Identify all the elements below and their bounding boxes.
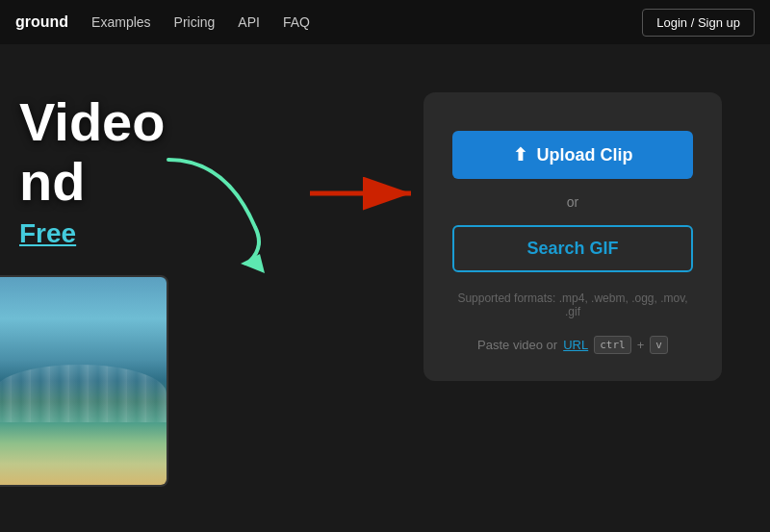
supported-formats-text: Supported formats: .mp4, .webm, .ogg, .m… [452, 291, 693, 318]
nav-brand[interactable]: ground [15, 13, 68, 31]
video-waves [0, 365, 167, 422]
hero-title: Video nd [19, 92, 165, 211]
nav-item-examples[interactable]: Examples [91, 14, 150, 30]
search-gif-label: Search GIF [526, 239, 618, 259]
hero-section: Video nd Free ⬆ Upload Clip [0, 44, 770, 532]
nav-item-api[interactable]: API [238, 14, 260, 30]
login-button[interactable]: Login / Sign up [642, 9, 755, 37]
upload-clip-label: Upload Clip [537, 145, 633, 165]
video-preview [0, 275, 168, 487]
nav-items: Examples Pricing API FAQ [91, 14, 619, 30]
nav-item-pricing[interactable]: Pricing [174, 14, 216, 30]
plus-separator: + [637, 338, 645, 352]
hero-title-line2: nd [19, 151, 85, 212]
upload-clip-button[interactable]: ⬆ Upload Clip [452, 131, 693, 179]
ctrl-badge: ctrl [594, 336, 631, 354]
v-badge: v [650, 336, 668, 354]
paste-text: Paste video or [477, 338, 557, 352]
hero-free-label: Free [19, 218, 165, 249]
search-gif-button[interactable]: Search GIF [452, 225, 693, 272]
upload-icon: ⬆ [513, 144, 527, 165]
hero-title-line1: Video [19, 91, 165, 152]
curved-arrow [149, 150, 284, 279]
nav-item-faq[interactable]: FAQ [283, 14, 310, 30]
navbar: ground Examples Pricing API FAQ Login / … [0, 0, 770, 44]
red-arrow-indicator [310, 169, 425, 221]
paste-area: Paste video or URL ctrl + v [477, 336, 668, 354]
upload-card: ⬆ Upload Clip or Search GIF Supported fo… [424, 92, 722, 381]
or-divider: or [567, 194, 578, 210]
hero-text: Video nd Free [0, 92, 165, 249]
paste-url-link[interactable]: URL [563, 338, 588, 352]
